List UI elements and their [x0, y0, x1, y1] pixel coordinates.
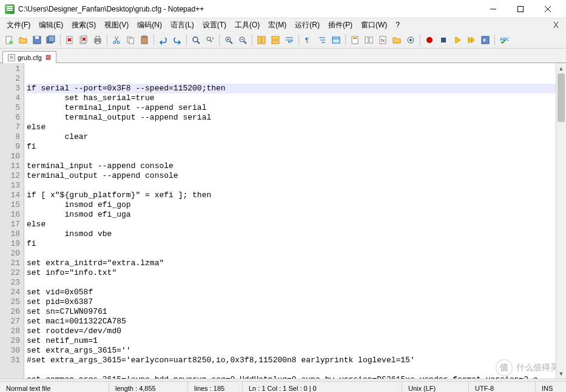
show-all-chars-button[interactable]: ¶ [302, 33, 315, 47]
indent-guide-button[interactable] [315, 33, 329, 47]
code-line[interactable] [27, 152, 566, 161]
code-line[interactable] [27, 181, 566, 191]
code-line[interactable]: insmod vbe [27, 229, 566, 239]
menu-language[interactable]: 语言(L) [166, 19, 198, 32]
code-line[interactable]: insmod efi_gop [27, 200, 566, 210]
code-line[interactable]: set has_serial=true [27, 93, 566, 103]
play-macro-button[interactable] [451, 33, 464, 47]
zoom-in-button[interactable] [222, 33, 235, 47]
find-button[interactable] [189, 33, 203, 47]
cut-button[interactable] [110, 33, 123, 47]
new-file-button[interactable] [2, 33, 16, 47]
svg-line-29 [197, 41, 200, 44]
menu-file[interactable]: 文件(F) [2, 19, 35, 32]
menu-settings[interactable]: 设置(T) [198, 19, 231, 32]
code-line[interactable]: set rootdev=/dev/md0 [27, 326, 566, 336]
code-line[interactable]: set extra_initrd="extra.lzma" [27, 259, 566, 268]
menu-help[interactable]: ? [391, 19, 404, 30]
doc-map-button[interactable] [348, 33, 362, 47]
close-file-button[interactable] [63, 33, 76, 47]
code-line[interactable]: set mac1=0011322CA785 [27, 317, 566, 326]
code-line[interactable] [27, 278, 566, 288]
save-macro-button[interactable] [479, 33, 492, 47]
code-line[interactable]: set common_args_3615='syno_hdd_powerup_s… [27, 375, 566, 379]
copy-button[interactable] [124, 33, 137, 47]
code-line[interactable]: set netif_num=1 [27, 336, 566, 346]
line-number: 24 [1, 288, 20, 297]
code-line[interactable]: clear [27, 132, 566, 142]
open-file-button[interactable] [16, 33, 30, 47]
stop-macro-button[interactable] [437, 33, 450, 47]
code-line[interactable]: if [ x"${grub_platform}" = xefi ]; then [27, 191, 566, 200]
code-line[interactable]: else [27, 220, 566, 229]
zoom-out-button[interactable] [236, 33, 249, 47]
code-line[interactable]: terminal_output --append console [27, 171, 566, 181]
code-line[interactable]: fi [27, 142, 566, 152]
code-line[interactable]: #set extra_args_3615='earlycon=uart8250,… [27, 356, 566, 365]
menu-macro[interactable]: 宏(M) [264, 19, 291, 32]
folder-workspace-button[interactable] [390, 33, 403, 47]
close-button[interactable] [534, 0, 561, 18]
print-button[interactable] [91, 33, 104, 47]
line-number: 10 [1, 152, 20, 161]
paste-button[interactable] [138, 33, 151, 47]
status-filetype: Normal text file [0, 382, 109, 392]
replace-button[interactable] [203, 33, 217, 47]
window-buttons [479, 0, 561, 18]
menu-close-doc[interactable]: X [548, 20, 564, 30]
monitor-button[interactable] [404, 33, 417, 47]
undo-button[interactable] [157, 33, 170, 47]
code-line[interactable]: set info="info.txt" [27, 268, 566, 278]
menu-tools[interactable]: 工具(O) [231, 19, 264, 32]
maximize-button[interactable] [507, 0, 534, 18]
code-line[interactable] [27, 249, 566, 259]
titlebar: C:\Users\Designer_Fanfan\Desktop\grub.cf… [0, 0, 566, 18]
record-macro-button[interactable] [423, 33, 436, 47]
code-line[interactable]: set extra_args_3615='' [27, 346, 566, 356]
svg-rect-39 [258, 36, 261, 44]
line-number-gutter: 1234567891011121314151617181920212223242… [0, 63, 24, 379]
minimize-button[interactable] [479, 0, 507, 18]
menu-window[interactable]: 窗口(W) [357, 19, 391, 32]
code-line[interactable]: set pid=0x6387 [27, 297, 566, 307]
sync-h-button[interactable] [269, 33, 282, 47]
svg-line-38 [244, 41, 246, 44]
spellcheck-button[interactable]: ABC [497, 33, 511, 47]
menu-encoding[interactable]: 编码(N) [133, 19, 166, 32]
code-line[interactable]: set vid=0x058f [27, 288, 566, 297]
code-line[interactable]: terminal_input --append console [27, 161, 566, 171]
menu-edit[interactable]: 编辑(E) [35, 19, 67, 32]
code-line[interactable]: fi [27, 239, 566, 249]
code-line[interactable]: else [27, 123, 566, 132]
close-all-button[interactable] [77, 33, 90, 47]
function-list-button[interactable]: fx [376, 33, 389, 47]
file-tab[interactable]: grub.cfg ⊠ [2, 51, 56, 63]
toolbar-separator [252, 35, 252, 46]
vertical-scrollbar[interactable]: ▲ ▼ [556, 63, 566, 379]
user-lang-button[interactable] [329, 33, 343, 47]
menu-view[interactable]: 视图(V) [100, 19, 133, 32]
code-line[interactable]: set sn=C7LWN09761 [27, 307, 566, 317]
wrap-button[interactable] [283, 33, 296, 47]
scrollbar-thumb[interactable] [558, 73, 565, 122]
code-line[interactable]: insmod efi_uga [27, 210, 566, 220]
play-multi-button[interactable] [465, 33, 478, 47]
svg-rect-53 [365, 37, 368, 43]
redo-button[interactable] [170, 33, 184, 47]
code-area[interactable]: if serial --port=0x3F8 --speed=115200;th… [24, 63, 566, 379]
code-line[interactable]: if serial --port=0x3F8 --speed=115200;th… [27, 84, 566, 93]
code-line[interactable]: terminal_output --append serial [27, 113, 566, 123]
menu-search[interactable]: 搜索(S) [67, 19, 100, 32]
scroll-down-icon[interactable]: ▼ [556, 368, 566, 379]
menu-run[interactable]: 运行(R) [291, 19, 324, 32]
save-all-button[interactable] [44, 33, 58, 47]
code-line[interactable]: terminal_input --append serial [27, 103, 566, 113]
tab-close-icon[interactable]: ⊠ [45, 53, 51, 61]
svg-rect-60 [441, 38, 446, 42]
menu-plugins[interactable]: 插件(P) [324, 19, 357, 32]
scroll-up-icon[interactable]: ▲ [556, 63, 566, 73]
doc-list-button[interactable] [362, 33, 376, 47]
save-button[interactable] [30, 33, 44, 47]
code-line[interactable] [27, 365, 566, 375]
sync-v-button[interactable] [255, 33, 268, 47]
